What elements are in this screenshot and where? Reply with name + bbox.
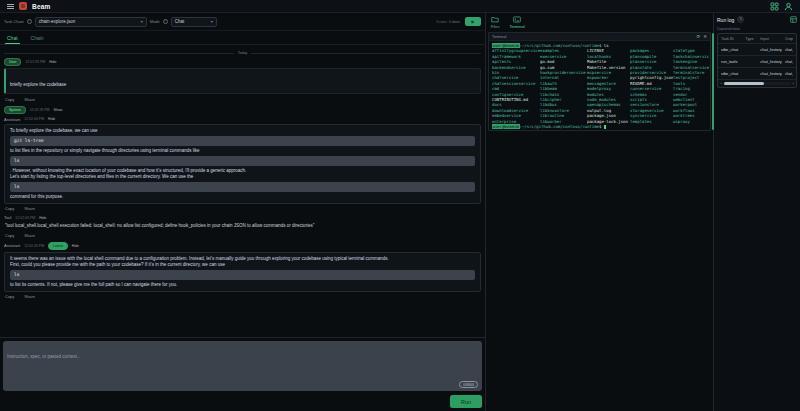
message-toggle[interactable]: Hide — [72, 244, 79, 248]
runlog-column-header: Type — [745, 37, 760, 41]
terminal-cursor — [604, 125, 607, 129]
message-toggle[interactable]: Hide — [48, 117, 55, 121]
runlog-hscrollbar[interactable]: ◂ ▸ — [718, 79, 796, 87]
scroll-left-icon[interactable]: ◂ — [720, 82, 722, 85]
runlog-cell: vibe_chat — [721, 47, 745, 52]
terminal-header: Terminal ⟳ ✕ — [489, 33, 710, 41]
runlog-row[interactable]: vibe_chatchat_historychat_history — [718, 67, 796, 79]
message-toggle[interactable]: Show — [54, 108, 63, 112]
share-button[interactable]: Share — [24, 233, 35, 238]
tab-chat[interactable]: Chat — [7, 35, 18, 44]
chat-panel: Task Chain ? chain-explore.json ▾ Mode ?… — [0, 13, 486, 411]
captured-state-label: Captured state — [717, 27, 797, 31]
close-icon[interactable]: ✕ — [703, 34, 707, 39]
date-divider: Today — [4, 51, 481, 55]
scroll-right-icon[interactable]: ▸ — [792, 82, 794, 85]
assistant-message-body: To briefly explore the codebase, we can … — [4, 124, 481, 204]
chat-tabs: Chat Chain — [0, 31, 485, 45]
share-button[interactable]: Share — [24, 97, 35, 102]
message: Assistant12:02:45 PMLatestHideIt seems t… — [4, 242, 481, 300]
menu-icon[interactable] — [7, 4, 14, 9]
refresh-icon[interactable]: ⟳ — [696, 34, 700, 39]
runlog-cell: chat_history — [785, 47, 793, 52]
prompt-user: user@beamvm — [492, 124, 520, 129]
scrollbar-thumb[interactable] — [724, 82, 764, 85]
message-text: Let's start by listing the top-level dir… — [10, 174, 475, 180]
runlog-cell: run_tools — [721, 59, 745, 64]
share-button[interactable]: Share — [24, 206, 35, 211]
table-view-icon[interactable] — [790, 16, 797, 23]
scrollbar-track[interactable] — [723, 82, 792, 85]
message-text: briefly explore the codebase — [10, 82, 66, 87]
app-logo — [19, 2, 27, 10]
runlog-column-header: Task ID — [721, 37, 745, 41]
runlog-cell: chat_history — [785, 71, 793, 76]
message-toggle[interactable]: Hide — [39, 216, 46, 220]
terminal-prompt-line: user@beamvm:~/src/github.com/contoso/run… — [492, 124, 707, 129]
user-icon[interactable] — [784, 2, 793, 11]
runlog-cell: chat_history — [760, 59, 784, 64]
runlog-table-body: vibe_chatchat_historychat_historyrun_too… — [718, 43, 796, 79]
message-header: User12:02:28 PMHide — [4, 58, 481, 66]
message-toggle[interactable]: Hide — [49, 60, 56, 64]
help-icon[interactable]: ? — [27, 19, 32, 24]
prompt-path: ~/src/github.com/contoso/runtime — [522, 124, 599, 129]
tab-terminal[interactable]: Terminal — [509, 16, 524, 29]
copy-button[interactable]: Copy — [5, 97, 14, 102]
message-code-block: ls — [10, 182, 475, 192]
message-timestamp: 12:02:40 PM — [24, 117, 44, 121]
message-code-block: ls — [10, 270, 475, 280]
assistant-message-body: It seems there was an issue with the loc… — [4, 252, 481, 292]
message: System12:02:28 PMShow — [4, 106, 481, 114]
tab-chain[interactable]: Chain — [31, 35, 44, 44]
apps-grid-icon[interactable] — [770, 2, 779, 11]
prompt-user: user@beamvm — [492, 43, 520, 48]
runlog-row[interactable]: run_toolschat_historychat_history — [718, 55, 796, 67]
copy-button[interactable]: Copy — [5, 233, 14, 238]
runlog-title: Run log — [717, 17, 734, 23]
message-actions: CopyShare — [5, 97, 480, 102]
copy-button[interactable]: Copy — [5, 294, 14, 299]
message-header: System12:02:28 PMShow — [4, 106, 481, 114]
share-button[interactable]: Share — [24, 294, 35, 299]
workspace-tabs: Files Terminal — [486, 13, 713, 31]
message: Assistant12:02:40 PMHideTo briefly explo… — [4, 117, 481, 212]
runs-status: 5 runs · 0 done — [436, 20, 460, 24]
runlog-panel: Run log 5 Captured state Task IDTypeInpu… — [714, 13, 800, 411]
runlog-cell: vibe_chat — [721, 71, 745, 76]
user-message-body: briefly explore the codebase — [4, 68, 481, 94]
copy-button[interactable]: Copy — [5, 206, 14, 211]
tool-message-body: "tool local_shell.local_shell execution … — [4, 222, 481, 230]
workspace-panel: Files Terminal Terminal ⟳ ✕ user@beamvm:… — [486, 13, 714, 411]
message-timestamp: 12:02:28 PM — [30, 108, 50, 112]
message-code-block: git ls-tree — [10, 136, 475, 146]
message: Tool12:02:43 PMHide"tool local_shell.loc… — [4, 215, 481, 238]
tab-files[interactable]: Files — [491, 16, 499, 29]
runlog-row[interactable]: vibe_chatchat_historychat_history — [718, 43, 796, 55]
tab-terminal-label: Terminal — [509, 24, 524, 29]
message-code-block: ls — [10, 156, 475, 166]
prompt-path: ~/src/github.com/contoso/runtime — [522, 43, 599, 48]
task-chain-select[interactable]: chain-explore.json ▾ — [35, 17, 147, 27]
composer-input[interactable]: Instruction, spec, or pasted context... … — [3, 341, 482, 391]
runlog-cell: chat_history — [760, 71, 784, 76]
terminal-icon — [513, 16, 521, 23]
message-list: Today User12:02:28 PMHidebriefly explore… — [0, 45, 485, 337]
run-row: Run — [0, 394, 485, 411]
mode-select[interactable]: Chat ▾ — [171, 17, 217, 27]
folder-icon — [491, 16, 499, 23]
mini-run-button[interactable]: ▶ — [465, 17, 481, 26]
run-button[interactable]: Run — [450, 395, 482, 408]
tab-files-label: Files — [491, 24, 499, 29]
date-divider-label: Today — [238, 51, 247, 55]
message-text: First, could you please provide me with … — [10, 262, 475, 268]
app-title: Beam — [32, 3, 51, 10]
message-text: To briefly explore the codebase, we can … — [10, 128, 475, 134]
message-role-badge: Tool — [4, 215, 11, 220]
divider-line — [4, 53, 234, 54]
help-icon[interactable]: ? — [163, 19, 168, 24]
chevron-down-icon: ▾ — [211, 19, 213, 24]
terminal-output[interactable]: user@beamvm:~/src/github.com/contoso/run… — [489, 41, 710, 130]
message: User12:02:28 PMHidebriefly explore the c… — [4, 58, 481, 102]
message-timestamp: 12:02:43 PM — [15, 216, 35, 220]
